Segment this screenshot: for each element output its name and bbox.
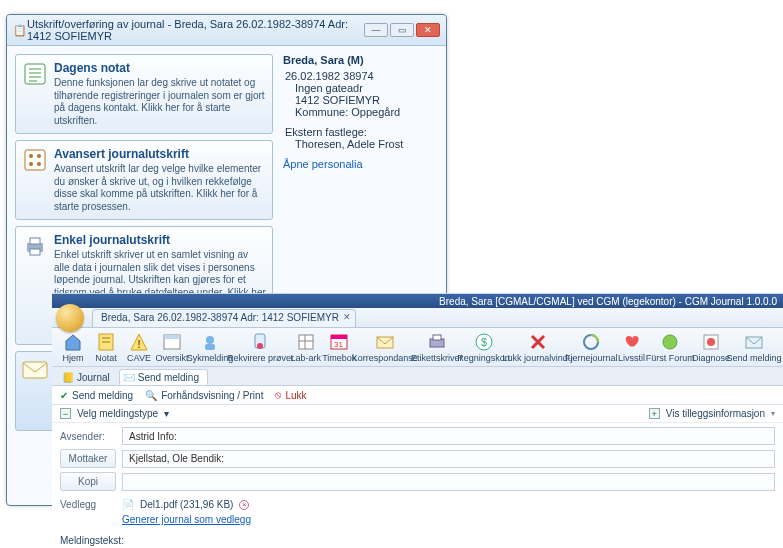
expand-extra-toggle[interactable]: + [649,408,660,419]
ribbon-fjernejournal[interactable]: Fjernejournal [569,330,613,366]
ribbon-icon: $ [474,332,494,352]
svg-point-21 [206,336,214,344]
chevron-down-icon[interactable]: ▾ [164,408,169,419]
card-desc: Avansert utskrift lar deg velge hvilke e… [54,163,266,213]
svg-rect-13 [23,362,47,378]
ribbon-label: Send melding [726,354,781,363]
ribbon-icon [621,332,641,352]
sub-tabbar: 📒 Journal ✉️ Send melding [52,367,783,386]
ribbon-lab-ark[interactable]: Lab-ark [291,330,321,366]
svg-rect-29 [331,335,347,339]
ribbon-diagnose[interactable]: Diagnose [694,330,728,366]
close-action[interactable]: ⦸Lukk [275,389,306,401]
svg-rect-33 [433,335,441,340]
ribbon-icon [528,332,548,352]
message-form: Avsender: Mottaker Kopi Vedlegg 📄 Del1.p… [52,423,783,529]
sender-label: Avsender: [60,431,116,442]
ribbon-lukk-journalvindu[interactable]: Lukk journalvindu [509,330,566,366]
send-message-action[interactable]: ✔Send melding [60,390,133,401]
ribbon-notat[interactable]: Notat [91,330,121,366]
patient-tab-label: Breda, Sara 26.02.1982-38974 Adr: 1412 S… [101,312,339,323]
recipient-input[interactable] [122,450,775,468]
ribbon-icon [296,332,316,352]
chevron-down-icon[interactable]: ▾ [771,409,775,418]
ribbon-livsstil[interactable]: Livsstil [616,330,646,366]
close-tab-icon[interactable]: ✕ [343,312,351,322]
svg-point-39 [663,335,677,349]
ribbon-regningskort[interactable]: $Regningskort [461,330,506,366]
card-title: Avansert journalutskrift [54,147,266,161]
svg-point-9 [37,162,41,166]
patient-name: Breda, Sara (M) [283,54,438,66]
svg-point-7 [37,154,41,158]
patient-postal: 1412 SOFIEMYR [283,94,438,106]
ribbon: HjemNotat!CAVEOversiktSykmeldingRekvirer… [52,328,783,367]
svg-text:$: $ [481,336,487,348]
card-title: Dagens notat [54,61,266,75]
ribbon-icon: ! [129,332,149,352]
svg-text:31: 31 [334,340,343,349]
window-title: Utskrift/overføring av journal - Breda, … [27,18,364,42]
ribbon-icon [63,332,83,352]
ribbon-icon [96,332,116,352]
card-avansert-utskrift[interactable]: Avansert journalutskrift Avansert utskri… [15,140,273,220]
ribbon-icon [162,332,182,352]
generate-journal-link[interactable]: Generer journal som vedlegg [122,514,775,525]
ribbon-icon [701,332,721,352]
ribbon-icon: 31 [329,332,349,352]
ribbon-oversikt[interactable]: Oversikt [157,330,187,366]
remove-attachment-icon[interactable]: × [239,500,249,510]
svg-point-24 [257,343,263,349]
ribbon-f-rst-forum[interactable]: Fürst Forum [649,330,691,366]
action-bar: ✔Send melding 🔍Forhåndsvisning / Print ⦸… [52,386,783,405]
minimize-button[interactable]: — [364,23,388,37]
envelope-icon [22,358,48,384]
app-orb-button[interactable] [56,304,84,332]
copy-input[interactable] [122,473,775,491]
ribbon-timebok[interactable]: 31Timebok [324,330,355,366]
attachment-filename[interactable]: Del1.pdf (231,96 KB) [140,499,233,510]
ribbon-label: Hjem [62,354,83,363]
magnifier-icon: 🔍 [145,390,157,401]
ribbon-hjem[interactable]: Hjem [58,330,88,366]
close-label: Lukk [285,390,306,401]
ribbon-label: Korrespondanse [352,354,418,363]
ribbon-label: Diagnose [692,354,730,363]
app-titlebar: Breda, Sara [CGMAL/CGMAL] ved CGM (legek… [52,294,783,308]
ribbon-label: Lab-ark [291,354,322,363]
tab-send-melding[interactable]: ✉️ Send melding [119,369,208,385]
message-type-label: Velg meldingstype [77,408,158,419]
journal-tab-icon: 📒 [62,372,74,384]
ribbon-sykmelding[interactable]: Sykmelding [190,330,230,366]
preview-print-action[interactable]: 🔍Forhåndsvisning / Print [145,390,263,401]
cgm-journal-window: Breda, Sara [CGMAL/CGMAL] ved CGM (legek… [52,293,783,548]
ribbon-rekvirere-pr-ver[interactable]: Rekvirere prøver [233,330,288,366]
attachment-label: Vedlegg [60,499,116,510]
sender-input[interactable] [122,427,775,445]
ribbon-etikettskriver[interactable]: Etikettskriver [415,330,459,366]
tab-journal[interactable]: 📒 Journal [58,369,119,385]
ribbon-icon [581,332,601,352]
card-title: Enkel journalutskrift [54,233,266,247]
card-dagens-notat[interactable]: Dagens notat Denne funksjonen lar deg sk… [15,54,273,134]
svg-rect-25 [299,335,313,349]
send-message-label: Send melding [72,390,133,401]
extra-info-label[interactable]: Vis tilleggsinformasjon [666,408,765,419]
svg-rect-12 [30,249,40,255]
document-tabbar: Breda, Sara 26.02.1982-38974 Adr: 1412 S… [52,308,783,328]
patient-address: Ingen gateadr [283,82,438,94]
pdf-file-icon: 📄 [122,499,134,510]
patient-tab[interactable]: Breda, Sara 26.02.1982-38974 Adr: 1412 S… [92,309,356,327]
ribbon-send-melding[interactable]: Send melding [731,330,777,366]
copy-button[interactable]: Kopi [60,472,116,491]
close-button[interactable]: ✕ [416,23,440,37]
ribbon-cave[interactable]: !CAVE [124,330,154,366]
ribbon-icon [250,332,270,352]
ribbon-korrespondanse[interactable]: Korrespondanse [358,330,412,366]
note-icon [22,61,48,87]
maximize-button[interactable]: ▭ [390,23,414,37]
ribbon-label: Notat [95,354,117,363]
open-personalia-link[interactable]: Åpne personalia [283,158,438,170]
recipient-button[interactable]: Mottaker [60,449,116,468]
collapse-toggle[interactable]: − [60,408,71,419]
